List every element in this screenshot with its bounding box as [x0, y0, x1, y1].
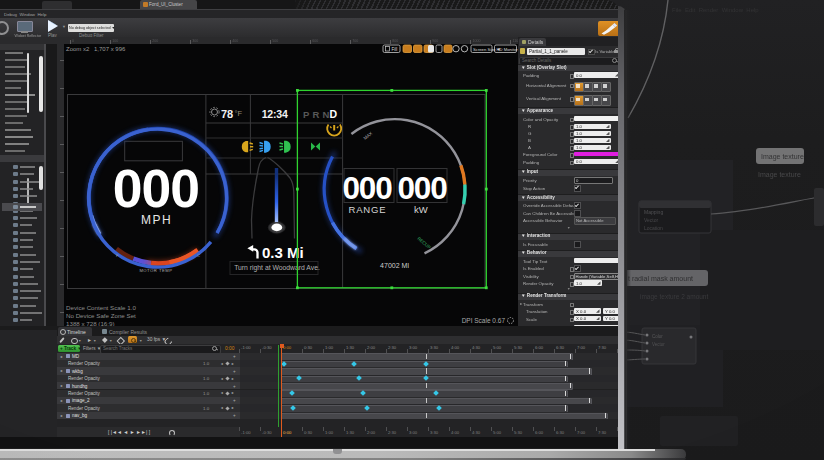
svg-text:RANGE: RANGE [349, 204, 387, 215]
svg-text:78: 78 [221, 108, 233, 120]
svg-text:t radial mask amount: t radial mask amount [628, 275, 693, 282]
svg-text:HD Monitor ▼: HD Monitor ▼ [497, 47, 519, 52]
svg-text:°F: °F [235, 109, 243, 118]
svg-text:RECUP: RECUP [416, 236, 431, 250]
svg-text:kW: kW [414, 204, 428, 215]
svg-text:C: C [197, 253, 200, 258]
svg-text:47002 MI: 47002 MI [380, 262, 409, 269]
svg-text:000: 000 [398, 170, 448, 206]
svg-text:12:34: 12:34 [262, 108, 288, 120]
svg-text:1,707 x 996: 1,707 x 996 [94, 46, 126, 52]
svg-text:image texture 2 amount: image texture 2 amount [640, 293, 708, 301]
svg-text:Mapping: Mapping [644, 209, 663, 215]
svg-text:Color: Color [652, 334, 663, 339]
svg-text:000: 000 [113, 159, 199, 218]
svg-text:Zoom x2: Zoom x2 [66, 46, 90, 52]
svg-text:MOTOR TEMP: MOTOR TEMP [139, 268, 172, 273]
svg-text:D: D [330, 108, 338, 120]
svg-text:Image texture: Image texture [761, 153, 804, 161]
svg-text:Turn right at Woodward Ave.: Turn right at Woodward Ave. [234, 264, 320, 272]
svg-text:Vector: Vector [644, 217, 659, 223]
svg-text:Fill: Fill [392, 47, 398, 52]
svg-text:PRN: PRN [303, 109, 333, 120]
svg-text:Device Content Scale 1.0: Device Content Scale 1.0 [66, 304, 136, 311]
svg-text:000: 000 [343, 170, 393, 206]
svg-text:File Edit Render Window He: File Edit Render Window Help [672, 7, 759, 13]
svg-text:DPI Scale 0.67: DPI Scale 0.67 [462, 317, 506, 324]
svg-text:Image texture: Image texture [758, 171, 801, 179]
svg-text:MAX: MAX [363, 131, 374, 141]
svg-text:MPH: MPH [141, 213, 172, 227]
svg-text:No Device Safe Zone Set: No Device Safe Zone Set [66, 312, 136, 319]
svg-text:Vector: Vector [652, 342, 665, 347]
svg-text:Location: Location [644, 225, 663, 231]
